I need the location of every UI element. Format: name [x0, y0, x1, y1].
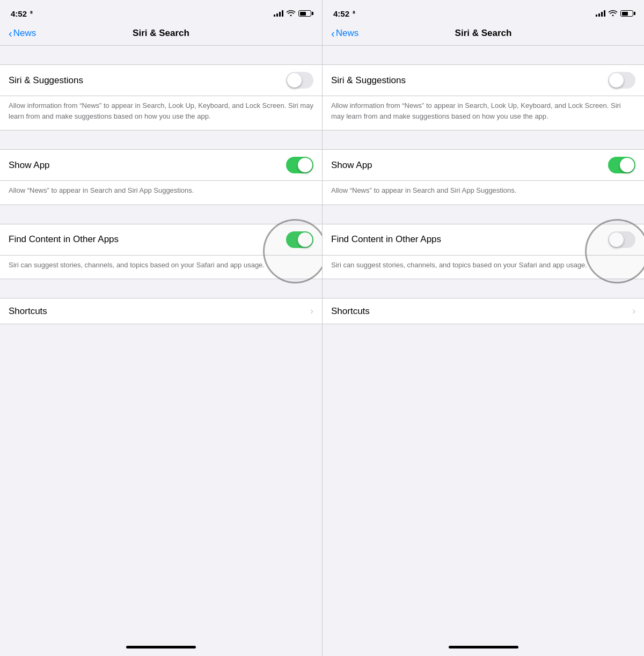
siri-suggestions-desc-text-right: Allow information from “News” to appear … — [331, 100, 635, 121]
find-content-toggle-left[interactable] — [286, 231, 313, 248]
shortcuts-label-left: Shortcuts — [9, 306, 47, 317]
siri-suggestions-desc-right: Allow information from “News” to appear … — [323, 96, 644, 130]
show-app-knob-left — [298, 158, 312, 172]
battery-icon-right — [620, 10, 633, 17]
signal-icon-left — [274, 10, 283, 17]
siri-suggestions-knob-left — [287, 73, 302, 88]
siri-suggestions-toggle-right[interactable] — [608, 72, 635, 89]
find-content-desc-left: Siri can suggest stories, channels, and … — [0, 255, 322, 279]
spacer-mid1-left — [0, 130, 322, 149]
find-content-knob-left — [298, 232, 312, 247]
show-app-desc-left: Allow “News” to appear in Search and Sir… — [0, 180, 322, 205]
home-bar-left — [126, 646, 196, 648]
siri-suggestions-desc-text-left: Allow information from “News” to appear … — [9, 100, 313, 121]
signal-icon-right — [596, 10, 605, 17]
show-app-label-left: Show App — [9, 160, 50, 171]
time-label-right: 4:52 — [333, 9, 349, 18]
find-content-group-left: Find Content in Other Apps Siri can sugg… — [0, 224, 322, 280]
nav-title-right: Siri & Search — [455, 28, 512, 39]
siri-suggestions-label-left: Siri & Suggestions — [9, 75, 83, 86]
status-time-left: 4:52 ⁸ — [11, 9, 32, 18]
find-content-row-left: Find Content in Other Apps — [0, 224, 322, 255]
back-label-left: News — [13, 28, 36, 39]
back-label-right: News — [336, 28, 359, 39]
find-content-desc-text-left: Siri can suggest stories, channels, and … — [9, 260, 313, 271]
show-app-desc-text-left: Allow “News” to appear in Search and Sir… — [9, 185, 313, 196]
content-right: Siri & Suggestions Allow information fro… — [323, 46, 644, 638]
phone-screen-right: 4:52 ⁸ — [322, 0, 644, 656]
content-left: Siri & Suggestions Allow information fro… — [0, 46, 322, 638]
time-label: 4:52 — [11, 9, 27, 18]
status-icons-right — [596, 10, 633, 18]
spacer-top-right — [323, 46, 644, 64]
show-app-knob-right — [620, 158, 634, 172]
shortcuts-chevron-left: › — [310, 305, 313, 317]
find-content-toggle-right[interactable] — [608, 231, 635, 248]
home-bar-right — [449, 646, 518, 648]
bottom-spacer-left — [0, 324, 322, 432]
shortcuts-chevron-right: › — [632, 305, 635, 317]
find-content-row-right: Find Content in Other Apps — [323, 224, 644, 255]
siri-suggestions-row-left: Siri & Suggestions — [0, 65, 322, 96]
back-chevron-right: ‹ — [331, 28, 335, 39]
battery-icon-left — [298, 10, 311, 17]
status-time-right: 4:52 ⁸ — [333, 9, 355, 18]
status-icons-left — [274, 10, 311, 18]
spacer-mid1-right — [323, 130, 644, 149]
spacer-mid2-right — [323, 205, 644, 224]
nav-title-left: Siri & Search — [133, 28, 189, 39]
find-content-desc-text-right: Siri can suggest stories, channels, and … — [331, 260, 635, 271]
siri-suggestions-knob-right — [609, 73, 624, 88]
status-bar-right: 4:52 ⁸ — [323, 0, 644, 24]
show-app-desc-text-right: Allow “News” to appear in Search and Sir… — [331, 185, 635, 196]
home-indicator-right — [323, 638, 644, 656]
find-content-desc-right: Siri can suggest stories, channels, and … — [323, 255, 644, 279]
shortcuts-row-right[interactable]: Shortcuts › — [323, 298, 644, 324]
show-app-toggle-right[interactable] — [608, 157, 635, 173]
find-content-label-left: Find Content in Other Apps — [9, 234, 119, 245]
phone-screen-left: 4:52 ⁸ — [0, 0, 322, 656]
siri-suggestions-group-left: Siri & Suggestions Allow information fro… — [0, 64, 322, 130]
siri-suggestions-desc-left: Allow information from “News” to appear … — [0, 96, 322, 130]
shortcuts-label-right: Shortcuts — [331, 306, 370, 317]
back-button-right[interactable]: ‹ News — [331, 28, 358, 39]
bottom-spacer-right — [323, 324, 644, 432]
wifi-icon-right — [609, 10, 617, 18]
show-app-row-left: Show App — [0, 150, 322, 180]
spacer-top-left — [0, 46, 322, 64]
back-button-left[interactable]: ‹ News — [9, 28, 36, 39]
show-app-label-right: Show App — [331, 160, 372, 171]
back-chevron-left: ‹ — [9, 28, 12, 39]
nav-bar-right: ‹ News Siri & Search — [323, 24, 644, 46]
siri-suggestions-group-right: Siri & Suggestions Allow information fro… — [323, 64, 644, 130]
home-indicator-left — [0, 638, 322, 656]
find-content-knob-right — [609, 232, 624, 247]
show-app-toggle-left[interactable] — [286, 157, 313, 173]
status-bar-left: 4:52 ⁸ — [0, 0, 322, 24]
wifi-icon-left — [287, 10, 295, 18]
find-content-label-right: Find Content in Other Apps — [331, 234, 441, 245]
location-icon-left: ⁸ — [30, 10, 32, 17]
show-app-group-right: Show App Allow “News” to appear in Searc… — [323, 149, 644, 205]
spacer-mid2-left — [0, 205, 322, 224]
siri-suggestions-row-right: Siri & Suggestions — [323, 65, 644, 96]
location-icon-right: ⁸ — [353, 10, 355, 17]
nav-bar-left: ‹ News Siri & Search — [0, 24, 322, 46]
show-app-row-right: Show App — [323, 150, 644, 180]
show-app-group-left: Show App Allow “News” to appear in Searc… — [0, 149, 322, 205]
find-content-group-right: Find Content in Other Apps Siri can sugg… — [323, 224, 644, 280]
shortcuts-row-left[interactable]: Shortcuts › — [0, 298, 322, 324]
show-app-desc-right: Allow “News” to appear in Search and Sir… — [323, 180, 644, 205]
siri-suggestions-label-right: Siri & Suggestions — [331, 75, 406, 86]
siri-suggestions-toggle-left[interactable] — [286, 72, 313, 89]
